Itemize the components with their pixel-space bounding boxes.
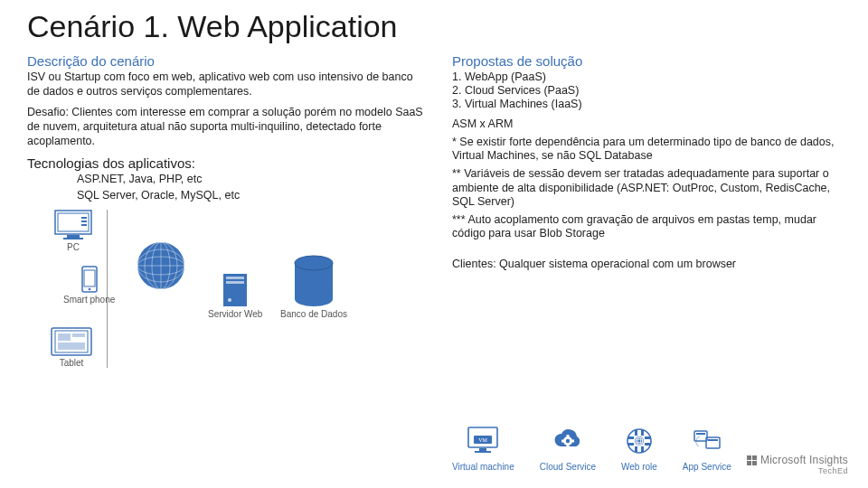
web-server-icon: Servidor Web: [208, 273, 262, 319]
web-role-icon: [622, 424, 656, 458]
tablet-icon: Tablet: [51, 327, 92, 368]
svg-rect-23: [226, 277, 244, 279]
svg-rect-56: [708, 439, 718, 441]
asm-arm-line: ASM x ARM: [452, 117, 841, 132]
pc-label: PC: [54, 242, 92, 252]
svg-point-9: [88, 288, 90, 291]
svg-rect-2: [67, 235, 80, 238]
svg-rect-46: [628, 443, 634, 446]
footer-logo: Microsoft Insights TechEd: [747, 454, 848, 475]
svg-rect-13: [72, 333, 85, 337]
slide: Cenário 1. Web Application Descrição do …: [0, 0, 868, 488]
svg-rect-47: [645, 436, 650, 439]
cloud-service-label: Cloud Service: [540, 462, 596, 472]
scenario-description-body: ISV ou Startup com foco em web, aplicati…: [27, 70, 425, 99]
svg-rect-41: [635, 430, 637, 436]
proposal-item: 3. Virtual Machines (IaaS): [452, 98, 841, 110]
svg-rect-44: [641, 446, 644, 452]
svg-rect-12: [58, 333, 71, 341]
svg-rect-33: [475, 451, 491, 453]
svg-rect-24: [226, 281, 244, 284]
smartphone-label: Smart phone: [63, 295, 115, 305]
globe-icon: [136, 240, 186, 291]
page-title: Cenário 1. Web Application: [27, 9, 841, 44]
svg-point-25: [228, 298, 231, 302]
microsoft-squares-icon: [747, 455, 757, 465]
note-1: * Se existir forte dependência para um d…: [452, 136, 841, 164]
scenario-challenge: Desafio: Clientes com interesse em compr…: [27, 106, 425, 148]
clients-line: Clientes: Qualquer sistema operacional c…: [452, 258, 841, 270]
web-role-label: Web role: [621, 462, 657, 472]
svg-rect-35: [566, 435, 569, 437]
tablet-label: Tablet: [51, 358, 92, 368]
svg-point-39: [566, 439, 570, 443]
svg-rect-3: [63, 238, 83, 239]
svg-rect-55: [706, 437, 720, 448]
left-column: Descrição do cenário ISV ou Startup com …: [27, 53, 425, 418]
proposals-list: 1. WebApp (PaaS) 2. Cloud Services (PaaS…: [452, 70, 841, 110]
svg-rect-32: [479, 448, 486, 451]
azure-services-row: VM Virtual machine Cloud Servic: [452, 424, 731, 472]
svg-rect-6: [81, 224, 87, 226]
pc-icon: PC: [54, 210, 92, 252]
database-icon: Banco de Dados: [280, 255, 347, 319]
content-columns: Descrição do cenário ISV ou Startup com …: [27, 53, 841, 418]
proposal-item: 1. WebApp (PaaS): [452, 70, 841, 83]
svg-rect-36: [566, 445, 569, 447]
product-text: Insights: [809, 454, 848, 466]
smartphone-icon: Smart phone: [63, 266, 115, 305]
web-server-label: Servidor Web: [208, 309, 262, 319]
svg-point-28: [295, 292, 333, 306]
note-3: *** Auto acoplamento com gravação de arq…: [452, 213, 841, 241]
virtual-machine-item: VM Virtual machine: [452, 424, 514, 472]
svg-rect-5: [81, 221, 87, 222]
architecture-diagram: PC Smart phone: [27, 210, 425, 418]
notes-block: ASM x ARM * Se existir forte dependência…: [452, 117, 841, 241]
database-label: Banco de Dados: [280, 309, 347, 319]
svg-rect-37: [561, 440, 564, 443]
virtual-machine-icon: VM: [466, 424, 500, 458]
app-service-icon: [690, 424, 724, 458]
technologies-head: Tecnologias dos aplicativos:: [27, 155, 425, 171]
svg-rect-42: [641, 430, 644, 436]
microsoft-logo: Microsoft Insights: [747, 454, 848, 466]
teched-label: TechEd: [747, 466, 848, 475]
proposal-item: 2. Cloud Services (PaaS): [452, 84, 841, 97]
vm-badge: VM: [479, 437, 488, 443]
svg-rect-54: [696, 433, 705, 435]
tech-languages: ASP.NET, Java, PHP, etc: [77, 173, 425, 187]
svg-rect-48: [645, 443, 650, 446]
cloud-service-item: Cloud Service: [540, 424, 596, 472]
svg-rect-8: [84, 270, 95, 286]
proposals-head: Propostas de solução: [452, 53, 841, 69]
svg-rect-38: [571, 440, 574, 443]
svg-rect-10: [52, 328, 91, 355]
scenario-description-head: Descrição do cenário: [27, 53, 425, 69]
brand-text: Microsoft: [760, 454, 806, 466]
svg-rect-45: [628, 436, 634, 439]
note-2: ** Variáveis de sessão devem ser tratada…: [452, 167, 841, 210]
virtual-machine-label: Virtual machine: [452, 462, 514, 472]
svg-rect-4: [81, 217, 87, 219]
app-service-label: App Service: [683, 462, 731, 472]
web-role-item: Web role: [621, 424, 657, 472]
right-column: Propostas de solução 1. WebApp (PaaS) 2.…: [452, 53, 841, 418]
svg-rect-43: [635, 446, 637, 452]
svg-rect-14: [58, 343, 85, 350]
tech-databases: SQL Server, Oracle, MySQL, etc: [77, 189, 425, 203]
cloud-service-icon: [551, 424, 585, 458]
app-service-item: App Service: [683, 424, 731, 472]
